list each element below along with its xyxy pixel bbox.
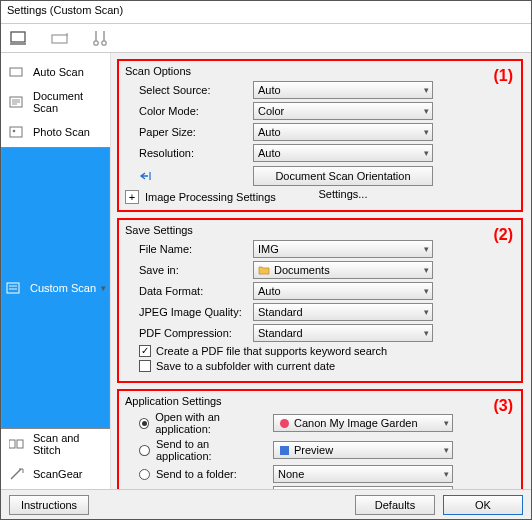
sidebar-item-document-scan[interactable]: Document Scan [1,87,110,117]
svg-rect-8 [7,283,19,293]
send-folder-radio[interactable] [139,469,150,480]
send-folder-dropdown[interactable]: None [273,465,453,483]
keyword-pdf-checkbox[interactable]: ✓ [139,345,151,357]
sidebar-item-label: Custom Scan [30,282,96,294]
jpeg-quality-dropdown[interactable]: Standard [253,303,433,321]
svg-point-3 [102,41,106,45]
open-app-radio[interactable] [139,418,149,429]
titlebar: Settings (Custom Scan) [1,1,531,23]
section-number-3: (3) [493,397,513,415]
svg-rect-10 [17,440,23,448]
sidebar: Auto Scan Document Scan Photo Scan Custo… [1,53,111,489]
select-source-dropdown[interactable]: Auto [253,81,433,99]
application-settings-head: Application Settings [125,395,515,407]
save-settings-head: Save Settings [125,224,515,236]
resolution-label: Resolution: [139,147,247,159]
scan-from-computer-icon[interactable] [9,27,31,49]
data-format-dropdown[interactable]: Auto [253,282,433,300]
keyword-pdf-label: Create a PDF file that supports keyword … [156,345,387,357]
sidebar-item-scangear[interactable]: ScanGear [1,459,110,489]
file-name-label: File Name: [139,243,247,255]
sidebar-item-label: Scan and Stitch [33,432,102,456]
send-app-radio[interactable] [139,445,150,456]
pdf-compression-label: PDF Compression: [139,327,247,339]
plus-icon: + [125,190,139,204]
main-panel: (1) Scan Options Select Source:Auto Colo… [111,53,531,489]
paper-size-label: Paper Size: [139,126,247,138]
svg-point-11 [280,419,289,428]
save-in-label: Save in: [139,264,247,276]
settings-window: Settings (Custom Scan) Auto Scan Documen… [0,0,532,520]
sidebar-item-auto-scan[interactable]: Auto Scan [1,57,110,87]
scan-options-section: (1) Scan Options Select Source:Auto Colo… [117,59,523,212]
scan-options-head: Scan Options [125,65,515,77]
color-mode-label: Color Mode: [139,105,247,117]
resolution-dropdown[interactable]: Auto [253,144,433,162]
select-source-label: Select Source: [139,84,247,96]
save-settings-section: (2) Save Settings File Name:IMG Save in:… [117,218,523,383]
paper-size-dropdown[interactable]: Auto [253,123,433,141]
general-settings-icon[interactable] [89,27,111,49]
section-number-2: (2) [493,226,513,244]
preview-icon [278,444,290,456]
sidebar-item-photo-scan[interactable]: Photo Scan [1,117,110,147]
svg-point-2 [94,41,98,45]
svg-point-7 [13,130,16,133]
svg-rect-9 [9,440,15,448]
svg-rect-1 [52,35,67,43]
image-processing-label: Image Processing Settings [145,191,276,203]
app-icon [278,417,290,429]
email-dropdown[interactable]: None (Attach Manually) [273,486,453,489]
subfolder-date-label: Save to a subfolder with current date [156,360,335,372]
custom-scan-icon [6,280,22,296]
scan-from-panel-icon[interactable] [49,27,71,49]
section-number-1: (1) [493,67,513,85]
instructions-button[interactable]: Instructions [9,495,89,515]
footer: Instructions Defaults OK [1,489,531,519]
svg-rect-6 [10,127,22,137]
stitch-icon [9,436,25,452]
color-mode-dropdown[interactable]: Color [253,102,433,120]
reset-icon[interactable] [139,168,155,184]
pdf-compression-dropdown[interactable]: Standard [253,324,433,342]
file-name-dropdown[interactable]: IMG [253,240,433,258]
photo-scan-icon [9,124,25,140]
data-format-label: Data Format: [139,285,247,297]
defaults-button[interactable]: Defaults [355,495,435,515]
sidebar-item-label: Auto Scan [33,66,84,78]
subfolder-date-checkbox[interactable] [139,360,151,372]
sidebar-item-label: Photo Scan [33,126,90,138]
document-scan-icon [9,94,25,110]
sidebar-item-label: Document Scan [33,90,102,114]
orientation-settings-button[interactable]: Document Scan Orientation Settings... [253,166,433,186]
open-app-dropdown[interactable]: Canon My Image Garden [273,414,453,432]
send-app-dropdown[interactable]: Preview [273,441,453,459]
scangear-icon [9,466,25,482]
ok-button[interactable]: OK [443,495,523,515]
send-folder-label: Send to a folder: [156,468,237,480]
jpeg-quality-label: JPEG Image Quality: [139,306,247,318]
svg-rect-4 [10,68,22,76]
svg-rect-0 [11,32,25,42]
svg-rect-12 [280,446,289,455]
sidebar-item-scan-stitch[interactable]: Scan and Stitch [1,429,110,459]
open-app-label: Open with an application: [155,411,267,435]
sidebar-item-custom-scan[interactable]: Custom Scan [1,147,110,429]
send-app-label: Send to an application: [156,438,267,462]
auto-scan-icon [9,64,25,80]
window-title: Settings (Custom Scan) [7,4,123,16]
folder-icon [258,264,270,276]
save-in-dropdown[interactable]: Documents [253,261,433,279]
top-tabs [1,23,531,53]
sidebar-item-label: ScanGear [33,468,83,480]
application-settings-section: (3) Application Settings Open with an ap… [117,389,523,489]
